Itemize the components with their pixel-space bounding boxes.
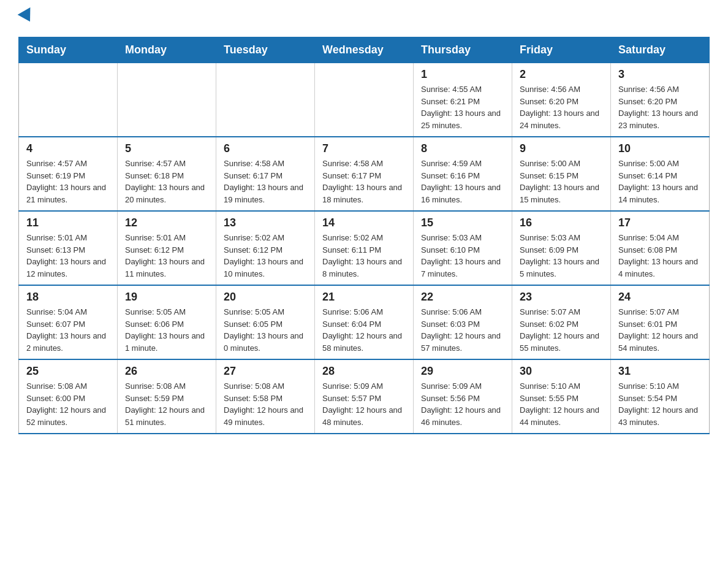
day-number: 8 bbox=[421, 142, 504, 155]
day-number: 4 bbox=[26, 142, 110, 155]
day-number: 25 bbox=[26, 365, 110, 378]
calendar-cell: 6Sunrise: 4:58 AM Sunset: 6:17 PM Daylig… bbox=[216, 137, 315, 211]
day-number: 12 bbox=[125, 216, 208, 229]
day-info: Sunrise: 5:10 AM Sunset: 5:54 PM Dayligh… bbox=[618, 380, 702, 428]
calendar-cell: 23Sunrise: 5:07 AM Sunset: 6:02 PM Dayli… bbox=[512, 285, 611, 359]
day-number: 31 bbox=[618, 365, 702, 378]
calendar-cell bbox=[118, 63, 216, 137]
day-number: 22 bbox=[421, 291, 504, 304]
day-info: Sunrise: 5:04 AM Sunset: 6:07 PM Dayligh… bbox=[26, 306, 110, 354]
weekday-header-wednesday: Wednesday bbox=[315, 37, 414, 63]
calendar-cell: 9Sunrise: 5:00 AM Sunset: 6:15 PM Daylig… bbox=[512, 137, 611, 211]
day-number: 5 bbox=[125, 142, 208, 155]
calendar-cell: 8Sunrise: 4:59 AM Sunset: 6:16 PM Daylig… bbox=[414, 137, 512, 211]
page-header bbox=[18, 12, 710, 25]
day-info: Sunrise: 5:07 AM Sunset: 6:01 PM Dayligh… bbox=[618, 306, 702, 354]
day-info: Sunrise: 5:10 AM Sunset: 5:55 PM Dayligh… bbox=[520, 380, 603, 428]
day-number: 14 bbox=[322, 216, 406, 229]
weekday-header-friday: Friday bbox=[512, 37, 611, 63]
day-number: 6 bbox=[224, 142, 307, 155]
calendar-cell: 5Sunrise: 4:57 AM Sunset: 6:18 PM Daylig… bbox=[118, 137, 216, 211]
calendar-cell: 16Sunrise: 5:03 AM Sunset: 6:09 PM Dayli… bbox=[512, 211, 611, 285]
calendar-cell: 25Sunrise: 5:08 AM Sunset: 6:00 PM Dayli… bbox=[19, 359, 118, 434]
day-number: 18 bbox=[26, 291, 110, 304]
calendar-week-row: 4Sunrise: 4:57 AM Sunset: 6:19 PM Daylig… bbox=[19, 137, 710, 211]
calendar-table: SundayMondayTuesdayWednesdayThursdayFrid… bbox=[18, 37, 710, 434]
calendar-cell: 7Sunrise: 4:58 AM Sunset: 6:17 PM Daylig… bbox=[315, 137, 414, 211]
day-info: Sunrise: 5:00 AM Sunset: 6:14 PM Dayligh… bbox=[618, 158, 702, 205]
logo-blue-text bbox=[18, 12, 36, 25]
logo bbox=[18, 12, 36, 25]
weekday-header-tuesday: Tuesday bbox=[216, 37, 315, 63]
weekday-header-row: SundayMondayTuesdayWednesdayThursdayFrid… bbox=[19, 37, 710, 63]
calendar-cell: 18Sunrise: 5:04 AM Sunset: 6:07 PM Dayli… bbox=[19, 285, 118, 359]
day-number: 21 bbox=[322, 291, 406, 304]
day-number: 23 bbox=[520, 291, 603, 304]
calendar-cell: 4Sunrise: 4:57 AM Sunset: 6:19 PM Daylig… bbox=[19, 137, 118, 211]
day-number: 9 bbox=[520, 142, 603, 155]
calendar-cell: 31Sunrise: 5:10 AM Sunset: 5:54 PM Dayli… bbox=[611, 359, 710, 434]
calendar-cell bbox=[216, 63, 315, 137]
calendar-cell: 13Sunrise: 5:02 AM Sunset: 6:12 PM Dayli… bbox=[216, 211, 315, 285]
calendar-cell: 17Sunrise: 5:04 AM Sunset: 6:08 PM Dayli… bbox=[611, 211, 710, 285]
calendar-cell: 12Sunrise: 5:01 AM Sunset: 6:12 PM Dayli… bbox=[118, 211, 216, 285]
day-info: Sunrise: 4:58 AM Sunset: 6:17 PM Dayligh… bbox=[224, 158, 307, 205]
day-number: 11 bbox=[26, 216, 110, 229]
day-info: Sunrise: 5:08 AM Sunset: 6:00 PM Dayligh… bbox=[26, 380, 110, 428]
weekday-header-sunday: Sunday bbox=[19, 37, 118, 63]
day-number: 17 bbox=[618, 216, 702, 229]
day-info: Sunrise: 4:57 AM Sunset: 6:18 PM Dayligh… bbox=[125, 158, 208, 205]
calendar-cell: 1Sunrise: 4:55 AM Sunset: 6:21 PM Daylig… bbox=[414, 63, 512, 137]
day-info: Sunrise: 5:08 AM Sunset: 5:59 PM Dayligh… bbox=[125, 380, 208, 428]
calendar-cell: 24Sunrise: 5:07 AM Sunset: 6:01 PM Dayli… bbox=[611, 285, 710, 359]
weekday-header-monday: Monday bbox=[118, 37, 216, 63]
day-info: Sunrise: 5:09 AM Sunset: 5:56 PM Dayligh… bbox=[421, 380, 504, 428]
day-info: Sunrise: 5:07 AM Sunset: 6:02 PM Dayligh… bbox=[520, 306, 603, 354]
day-info: Sunrise: 5:03 AM Sunset: 6:09 PM Dayligh… bbox=[520, 232, 603, 280]
calendar-cell: 21Sunrise: 5:06 AM Sunset: 6:04 PM Dayli… bbox=[315, 285, 414, 359]
calendar-cell: 22Sunrise: 5:06 AM Sunset: 6:03 PM Dayli… bbox=[414, 285, 512, 359]
day-number: 26 bbox=[125, 365, 208, 378]
day-number: 28 bbox=[322, 365, 406, 378]
day-info: Sunrise: 4:58 AM Sunset: 6:17 PM Dayligh… bbox=[322, 158, 406, 205]
calendar-cell: 14Sunrise: 5:02 AM Sunset: 6:11 PM Dayli… bbox=[315, 211, 414, 285]
logo-triangle-icon bbox=[18, 7, 37, 25]
day-info: Sunrise: 4:55 AM Sunset: 6:21 PM Dayligh… bbox=[421, 83, 504, 131]
day-info: Sunrise: 5:05 AM Sunset: 6:06 PM Dayligh… bbox=[125, 306, 208, 354]
day-number: 24 bbox=[618, 291, 702, 304]
day-info: Sunrise: 5:06 AM Sunset: 6:03 PM Dayligh… bbox=[421, 306, 504, 354]
day-number: 20 bbox=[224, 291, 307, 304]
day-info: Sunrise: 5:04 AM Sunset: 6:08 PM Dayligh… bbox=[618, 232, 702, 280]
day-number: 19 bbox=[125, 291, 208, 304]
day-info: Sunrise: 5:02 AM Sunset: 6:11 PM Dayligh… bbox=[322, 232, 406, 280]
day-number: 29 bbox=[421, 365, 504, 378]
calendar-cell: 26Sunrise: 5:08 AM Sunset: 5:59 PM Dayli… bbox=[118, 359, 216, 434]
day-number: 7 bbox=[322, 142, 406, 155]
calendar-week-row: 25Sunrise: 5:08 AM Sunset: 6:00 PM Dayli… bbox=[19, 359, 710, 434]
day-number: 13 bbox=[224, 216, 307, 229]
calendar-cell: 30Sunrise: 5:10 AM Sunset: 5:55 PM Dayli… bbox=[512, 359, 611, 434]
calendar-cell bbox=[315, 63, 414, 137]
day-info: Sunrise: 5:01 AM Sunset: 6:13 PM Dayligh… bbox=[26, 232, 110, 280]
day-number: 16 bbox=[520, 216, 603, 229]
calendar-body: 1Sunrise: 4:55 AM Sunset: 6:21 PM Daylig… bbox=[19, 63, 710, 434]
calendar-week-row: 18Sunrise: 5:04 AM Sunset: 6:07 PM Dayli… bbox=[19, 285, 710, 359]
day-number: 2 bbox=[520, 68, 603, 81]
calendar-cell: 10Sunrise: 5:00 AM Sunset: 6:14 PM Dayli… bbox=[611, 137, 710, 211]
calendar-cell: 19Sunrise: 5:05 AM Sunset: 6:06 PM Dayli… bbox=[118, 285, 216, 359]
weekday-header-thursday: Thursday bbox=[414, 37, 512, 63]
calendar-cell bbox=[19, 63, 118, 137]
calendar-cell: 2Sunrise: 4:56 AM Sunset: 6:20 PM Daylig… bbox=[512, 63, 611, 137]
calendar-week-row: 11Sunrise: 5:01 AM Sunset: 6:13 PM Dayli… bbox=[19, 211, 710, 285]
day-info: Sunrise: 5:01 AM Sunset: 6:12 PM Dayligh… bbox=[125, 232, 208, 280]
day-info: Sunrise: 5:05 AM Sunset: 6:05 PM Dayligh… bbox=[224, 306, 307, 354]
calendar-week-row: 1Sunrise: 4:55 AM Sunset: 6:21 PM Daylig… bbox=[19, 63, 710, 137]
day-number: 30 bbox=[520, 365, 603, 378]
calendar-cell: 3Sunrise: 4:56 AM Sunset: 6:20 PM Daylig… bbox=[611, 63, 710, 137]
calendar-cell: 29Sunrise: 5:09 AM Sunset: 5:56 PM Dayli… bbox=[414, 359, 512, 434]
day-info: Sunrise: 5:03 AM Sunset: 6:10 PM Dayligh… bbox=[421, 232, 504, 280]
day-info: Sunrise: 4:56 AM Sunset: 6:20 PM Dayligh… bbox=[618, 83, 702, 131]
day-info: Sunrise: 5:08 AM Sunset: 5:58 PM Dayligh… bbox=[224, 380, 307, 428]
calendar-header: SundayMondayTuesdayWednesdayThursdayFrid… bbox=[19, 37, 710, 63]
day-info: Sunrise: 4:59 AM Sunset: 6:16 PM Dayligh… bbox=[421, 158, 504, 205]
